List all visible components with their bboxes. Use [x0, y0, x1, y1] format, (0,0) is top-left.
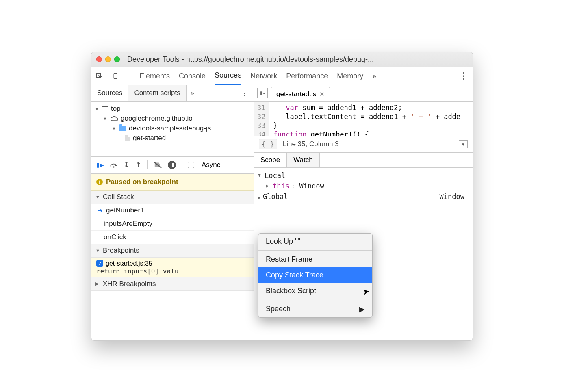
step-out-icon[interactable]: ↥ [135, 160, 141, 169]
current-frame-icon: ➔ [98, 207, 103, 214]
context-menu: Look Up "" Restart Frame Copy Stack Trac… [258, 233, 373, 318]
main-tabs: Elements Console Sources Network Perform… [91, 67, 473, 85]
xhr-breakpoints-header[interactable]: ▶XHR Breakpoints [91, 277, 254, 291]
devtools-window: Developer Tools - https://googlechrome.g… [91, 52, 473, 341]
device-icon[interactable] [112, 72, 119, 80]
scope-this[interactable]: ▶this: Window [258, 181, 469, 191]
tab-network[interactable]: Network [250, 68, 277, 84]
kebab-menu-icon[interactable]: ⋮ [459, 71, 469, 81]
paused-banner: i Paused on breakpoint [91, 174, 254, 191]
breakpoints-header[interactable]: ▼Breakpoints [91, 244, 254, 258]
code-lines: var sum = addend1 + addend2; label.textC… [269, 102, 464, 136]
svg-point-2 [113, 166, 114, 167]
file-tree: ▼top ▼ googlechrome.github.io ▼devtools-… [91, 102, 254, 157]
step-into-icon[interactable]: ↧ [124, 160, 130, 169]
stack-frame[interactable]: ➔getNumber1 [91, 204, 254, 217]
dropdown-icon[interactable]: ▼ [459, 140, 468, 148]
menu-blackbox-script[interactable]: Blackbox Script [258, 283, 372, 299]
traffic-lights [96, 56, 120, 62]
tab-watch[interactable]: Watch [287, 153, 320, 167]
deactivate-breakpoints-icon[interactable] [153, 161, 162, 169]
file-icon [125, 135, 130, 141]
file-tab[interactable]: get-started.js ✕ [271, 87, 330, 101]
breakpoint-checkbox[interactable]: ✓ [96, 260, 103, 267]
stack-frame[interactable]: onClick [91, 231, 254, 244]
titlebar: Developer Tools - https://googlechrome.g… [91, 52, 473, 67]
tab-elements[interactable]: Elements [139, 68, 170, 84]
tab-memory[interactable]: Memory [337, 68, 363, 84]
window-icon [102, 106, 108, 111]
cloud-icon [110, 116, 118, 121]
tab-sources[interactable]: Sources [215, 67, 241, 85]
more-subtabs-icon[interactable]: » [187, 85, 198, 101]
more-tabs-icon[interactable]: » [372, 72, 377, 80]
tree-file[interactable]: get-started [91, 133, 254, 143]
inspect-icon[interactable] [95, 72, 103, 80]
menu-speech[interactable]: Speech▶ [258, 301, 372, 317]
file-tabs: ▮◂ get-started.js ✕ [254, 85, 473, 102]
line-gutter: 31 32 33 34 [254, 102, 269, 136]
scope-watch-tabs: Scope Watch [254, 153, 473, 168]
tab-performance[interactable]: Performance [286, 68, 328, 84]
left-pane: Sources Content scripts » ⋮ ▼top ▼ googl… [91, 85, 254, 340]
zoom-icon[interactable] [114, 56, 120, 62]
tree-folder[interactable]: ▼devtools-samples/debug-js [91, 123, 254, 133]
menu-restart-frame[interactable]: Restart Frame [258, 251, 372, 267]
nav-panel-icon[interactable]: ▮◂ [257, 88, 268, 98]
folder-icon [119, 126, 126, 131]
close-tab-icon[interactable]: ✕ [319, 91, 325, 98]
info-icon: i [96, 179, 103, 185]
window-title: Developer Tools - https://googlechrome.g… [127, 55, 374, 64]
scope-panel: ▼Local ▶this: Window ▶GlobalWindow [254, 168, 473, 206]
stack-frame[interactable]: inputsAreEmpty [91, 217, 254, 231]
subtab-menu-icon[interactable]: ⋮ [235, 85, 254, 101]
sources-subtabs: Sources Content scripts » ⋮ [91, 85, 254, 102]
minimize-icon[interactable] [105, 56, 111, 62]
scope-global[interactable]: ▶GlobalWindow [258, 191, 469, 203]
breakpoint-item[interactable]: ✓get-started.js:35 return inputs[0].valu [91, 258, 254, 277]
submenu-arrow-icon: ▶ [359, 305, 365, 314]
tree-domain[interactable]: ▼ googlechrome.github.io [91, 114, 254, 123]
menu-lookup[interactable]: Look Up "" [258, 234, 372, 249]
code-editor[interactable]: 31 32 33 34 var sum = addend1 + addend2;… [254, 102, 473, 136]
close-icon[interactable] [96, 56, 102, 62]
debugger-toolbar: ▮▶ ↧ ↥ Async [91, 157, 254, 174]
tree-top[interactable]: ▼top [91, 104, 254, 114]
callstack-header[interactable]: ▼Call Stack [91, 191, 254, 204]
tab-console[interactable]: Console [179, 68, 206, 84]
async-checkbox[interactable] [188, 162, 194, 168]
async-label: Async [202, 161, 220, 169]
editor-statusbar: { } Line 35, Column 3 ▼ [254, 136, 473, 153]
menu-copy-stack-trace[interactable]: Copy Stack Trace [258, 267, 372, 283]
step-over-icon[interactable] [110, 162, 118, 168]
tab-scope[interactable]: Scope [254, 153, 287, 167]
subtab-sources[interactable]: Sources [91, 85, 128, 101]
resume-icon[interactable]: ▮▶ [96, 162, 104, 168]
svg-rect-1 [114, 73, 117, 79]
subtab-content-scripts[interactable]: Content scripts [128, 85, 186, 101]
scope-local[interactable]: ▼Local [258, 170, 469, 181]
cursor-position: Line 35, Column 3 [283, 140, 339, 148]
pretty-print-icon[interactable]: { } [259, 139, 277, 149]
pause-on-exceptions-icon[interactable] [168, 161, 176, 169]
